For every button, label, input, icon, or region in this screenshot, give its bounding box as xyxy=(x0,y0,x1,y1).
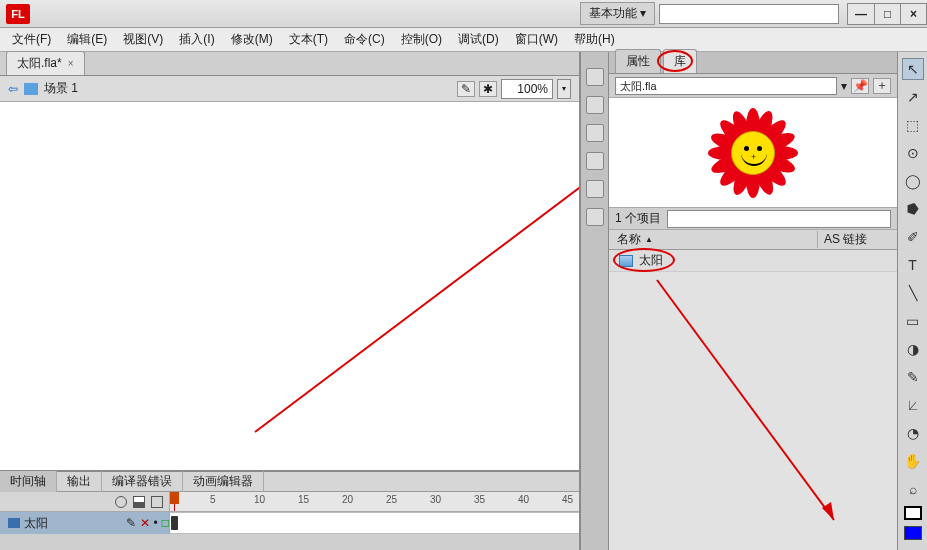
text-tool[interactable]: T xyxy=(902,254,924,276)
tick: 15 xyxy=(298,494,309,505)
zoom-dropdown[interactable]: ▾ xyxy=(557,79,571,99)
library-search-input[interactable] xyxy=(667,210,891,228)
close-icon[interactable]: × xyxy=(68,58,74,69)
library-item-list: 太阳 xyxy=(609,250,897,550)
brush-tool[interactable]: ✎ xyxy=(902,366,924,388)
dock-info-icon[interactable] xyxy=(586,152,604,170)
dock-color-icon[interactable] xyxy=(586,68,604,86)
fill-color-swatch[interactable] xyxy=(904,526,922,540)
menu-view[interactable]: 视图(V) xyxy=(115,29,171,50)
chevron-down-icon: ▾ xyxy=(640,6,646,20)
oval-tool[interactable]: ◯ xyxy=(902,170,924,192)
tick: 35 xyxy=(474,494,485,505)
frame-strip[interactable] xyxy=(170,512,579,534)
timeline-layer[interactable]: 太阳 ✎ ✕ • □ xyxy=(0,512,170,534)
chevron-down-icon[interactable]: ▾ xyxy=(841,79,847,93)
dock-transform-icon[interactable] xyxy=(586,180,604,198)
back-arrow-icon[interactable]: ⇦ xyxy=(8,82,18,96)
menu-window[interactable]: 窗口(W) xyxy=(507,29,566,50)
document-tab[interactable]: 太阳.fla* × xyxy=(6,51,85,75)
eyedropper-tool[interactable]: ◔ xyxy=(902,422,924,444)
menu-file[interactable]: 文件(F) xyxy=(4,29,59,50)
dock-swatches-icon[interactable] xyxy=(586,96,604,114)
tick: 25 xyxy=(386,494,397,505)
bone-tool[interactable]: ⟀ xyxy=(902,394,924,416)
tick: 40 xyxy=(518,494,529,505)
keyframe[interactable] xyxy=(171,516,178,530)
stage[interactable] xyxy=(0,102,579,470)
scene-name: 场景 1 xyxy=(44,80,78,97)
layer-label: 太阳 xyxy=(24,515,48,532)
tab-output[interactable]: 输出 xyxy=(57,471,102,492)
scene-icon xyxy=(24,83,38,95)
pin-icon[interactable]: 📌 xyxy=(851,78,869,94)
menu-modify[interactable]: 修改(M) xyxy=(223,29,281,50)
lasso-tool[interactable]: ⊙ xyxy=(902,142,924,164)
menu-commands[interactable]: 命令(C) xyxy=(336,29,393,50)
zoom-input[interactable] xyxy=(501,79,553,99)
stroke-color-swatch[interactable] xyxy=(904,506,922,520)
document-tabs: 太阳.fla* × xyxy=(0,52,579,76)
timeline-panel: 时间轴 输出 编译器错误 动画编辑器 1 5 10 15 20 25 xyxy=(0,470,579,550)
annotation-circle xyxy=(613,248,675,272)
tab-properties[interactable]: 属性 xyxy=(615,49,661,73)
lock-icon[interactable] xyxy=(133,496,145,508)
new-library-icon[interactable]: ＋ xyxy=(873,78,891,94)
library-item-count: 1 个项目 xyxy=(615,210,661,227)
menu-insert[interactable]: 插入(I) xyxy=(171,29,222,50)
zoom-tool[interactable]: ⌕ xyxy=(902,478,924,500)
tab-compiler-errors[interactable]: 编译器错误 xyxy=(102,471,183,492)
svg-line-0 xyxy=(255,142,579,432)
free-transform-tool[interactable]: ⬚ xyxy=(902,114,924,136)
annotation-circle xyxy=(657,50,693,72)
sunflower-symbol: + xyxy=(713,113,793,193)
menu-help[interactable]: 帮助(H) xyxy=(566,29,623,50)
line-tool[interactable]: ╲ xyxy=(902,282,924,304)
pencil-tool[interactable]: ✐ xyxy=(902,226,924,248)
tick: 5 xyxy=(210,494,216,505)
layer-dot-icon: • xyxy=(154,516,158,530)
tools-panel: ↖ ↗ ⬚ ⊙ ◯ ⭓ ✐ T ╲ ▭ ◑ ✎ ⟀ ◔ ✋ ⌕ xyxy=(897,52,927,550)
selection-tool[interactable]: ↖ xyxy=(902,58,924,80)
library-columns[interactable]: 名称▲ AS 链接 xyxy=(609,230,897,250)
tab-motion-editor[interactable]: 动画编辑器 xyxy=(183,471,264,492)
edit-scene-icon[interactable]: ✎ xyxy=(457,81,475,97)
edit-symbol-icon[interactable]: ✱ xyxy=(479,81,497,97)
rectangle-tool[interactable]: ▭ xyxy=(902,310,924,332)
dock-library-icon[interactable] xyxy=(586,208,604,226)
workspace-switcher[interactable]: 基本功能 ▾ xyxy=(580,2,655,25)
playhead[interactable] xyxy=(174,492,175,511)
close-button[interactable]: × xyxy=(900,4,926,24)
title-bar: FL 基本功能 ▾ — □ × xyxy=(0,0,927,28)
svg-marker-3 xyxy=(822,502,834,520)
app-logo: FL xyxy=(6,4,30,24)
tick: 30 xyxy=(430,494,441,505)
scene-bar: ⇦ 场景 1 ✎ ✱ ▾ xyxy=(0,76,579,102)
outline-icon[interactable] xyxy=(151,496,163,508)
subselection-tool[interactable]: ↗ xyxy=(902,86,924,108)
right-panel-tabs: 属性 库 xyxy=(609,52,897,74)
timeline-ruler[interactable]: 1 5 10 15 20 25 30 35 40 45 xyxy=(170,492,579,511)
hand-tool[interactable]: ✋ xyxy=(902,450,924,472)
dock-align-icon[interactable] xyxy=(586,124,604,142)
paint-bucket-tool[interactable]: ◑ xyxy=(902,338,924,360)
visibility-icon[interactable] xyxy=(115,496,127,508)
menu-control[interactable]: 控制(O) xyxy=(393,29,450,50)
pen-tool[interactable]: ⭓ xyxy=(902,198,924,220)
tick: 10 xyxy=(254,494,265,505)
library-document-selector[interactable]: 太阳.fla xyxy=(615,77,837,95)
svg-line-2 xyxy=(657,280,834,520)
menu-text[interactable]: 文本(T) xyxy=(281,29,336,50)
maximize-button[interactable]: □ xyxy=(874,4,900,24)
layer-pencil-icon: ✎ xyxy=(126,516,136,530)
tab-timeline[interactable]: 时间轴 xyxy=(0,471,57,492)
workspace-label: 基本功能 xyxy=(589,6,637,20)
menu-debug[interactable]: 调试(D) xyxy=(450,29,507,50)
layer-x-icon: ✕ xyxy=(140,516,150,530)
global-search-input[interactable] xyxy=(659,4,839,24)
minimize-button[interactable]: — xyxy=(848,4,874,24)
menu-bar: 文件(F) 编辑(E) 视图(V) 插入(I) 修改(M) 文本(T) 命令(C… xyxy=(0,28,927,52)
menu-edit[interactable]: 编辑(E) xyxy=(59,29,115,50)
layer-icon xyxy=(8,518,20,528)
library-preview: + xyxy=(609,98,897,208)
